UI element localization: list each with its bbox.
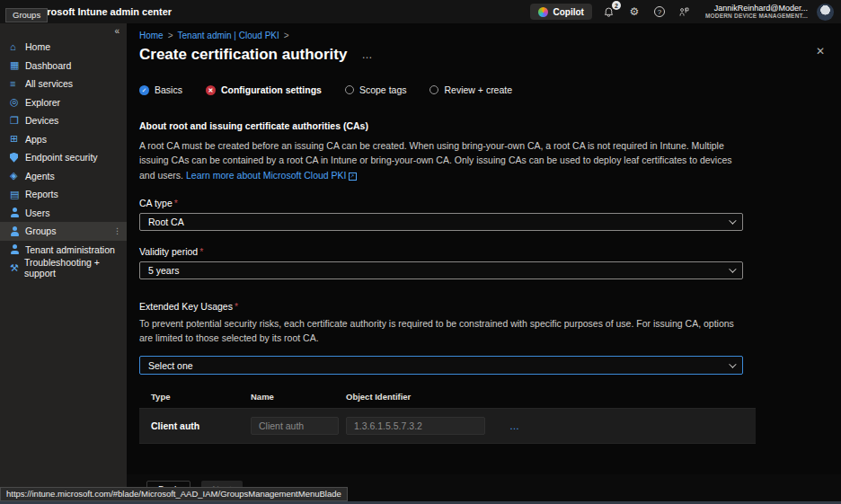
sidebar-item-home[interactable]: ⌂ Home bbox=[0, 38, 127, 57]
eku-row-type: Client auth bbox=[151, 420, 251, 431]
account-org: MODERN DEVICE MANAGEMENT... bbox=[705, 13, 808, 19]
sidebar-collapse-button[interactable]: « bbox=[0, 23, 127, 38]
tab-error-icon: ✕ bbox=[206, 85, 216, 95]
notifications-button[interactable]: 2 bbox=[601, 4, 617, 20]
intune-admin-window: Microsoft Intune admin center Copilot 2 … bbox=[0, 0, 841, 504]
sidebar-item-label: Agents bbox=[25, 171, 55, 181]
app-title[interactable]: Microsoft Intune admin center bbox=[31, 6, 172, 17]
close-icon[interactable]: ✕ bbox=[816, 45, 825, 57]
sidebar-item-devices[interactable]: ❐ Devices bbox=[0, 111, 127, 130]
sidebar-item-label: Endpoint security bbox=[25, 152, 98, 163]
troubleshooting-icon: ⚒ bbox=[10, 263, 24, 273]
sidebar-item-groups[interactable]: Groups ⋮ bbox=[0, 222, 127, 241]
sidebar-item-apps[interactable]: ⊞ Apps bbox=[0, 130, 127, 149]
tab-basics[interactable]: ✓ Basics bbox=[139, 84, 182, 95]
sidebar-item-reports[interactable]: ▤ Reports bbox=[0, 185, 127, 204]
apps-icon: ⊞ bbox=[10, 134, 25, 144]
eku-oid-field[interactable]: 1.3.6.1.5.5.7.3.2 bbox=[346, 417, 485, 435]
sidebar-item-label: Apps bbox=[25, 134, 47, 145]
sidebar-item-label: All services bbox=[25, 78, 73, 89]
sidebar-item-label: Home bbox=[25, 41, 50, 52]
ca-type-value: Root CA bbox=[148, 217, 184, 227]
sidebar-item-label: Tenant administration bbox=[25, 244, 115, 255]
reports-icon: ▤ bbox=[10, 190, 25, 199]
page-title: Create certification authority bbox=[139, 46, 347, 64]
wizard-tabs: ✓ Basics ✕ Configuration settings Scope … bbox=[139, 84, 841, 95]
table-row: Client auth Client auth 1.3.6.1.5.5.7.3.… bbox=[139, 408, 756, 444]
topbar-actions: Copilot 2 ⚙ ? bbox=[530, 4, 841, 21]
sidebar-item-label: Groups bbox=[25, 225, 56, 236]
account-name: JannikReinhard@Moder... bbox=[705, 4, 808, 13]
avatar[interactable] bbox=[817, 4, 834, 21]
sidebar-item-label: Reports bbox=[25, 189, 58, 199]
breadcrumb-cloud-pki[interactable]: Tenant admin | Cloud PKI bbox=[178, 31, 279, 40]
chevron-down-icon bbox=[729, 265, 736, 272]
feedback-icon bbox=[678, 6, 690, 18]
tab-review-create[interactable]: Review + create bbox=[429, 84, 512, 95]
sidebar-item-dashboard[interactable]: ▦ Dashboard bbox=[0, 57, 127, 75]
tab-scope-tags[interactable]: Scope tags bbox=[345, 84, 407, 95]
tenant-administration-icon bbox=[10, 244, 25, 254]
column-object-identifier: Object Identifier bbox=[346, 392, 500, 402]
tab-incomplete-icon bbox=[429, 85, 438, 94]
chevron-down-icon bbox=[729, 360, 736, 367]
sidebar-item-label: Dashboard bbox=[25, 60, 71, 71]
sidebar-item-tenant-administration[interactable]: Tenant administration bbox=[0, 241, 127, 260]
about-section-heading: About root and issuing certificate autho… bbox=[139, 120, 841, 131]
required-marker: * bbox=[199, 246, 203, 257]
sidebar-item-label: Explorer bbox=[25, 97, 60, 108]
more-options-icon[interactable]: … bbox=[361, 49, 372, 61]
devices-icon: ❐ bbox=[10, 116, 25, 126]
all-services-icon: ≡ bbox=[10, 79, 25, 89]
sidebar-item-agents[interactable]: ◈ Agents bbox=[0, 167, 127, 186]
ca-type-label: CA type* bbox=[139, 198, 841, 208]
account-info[interactable]: JannikReinhard@Moder... MODERN DEVICE MA… bbox=[705, 4, 808, 20]
tab-label: Review + create bbox=[444, 84, 512, 95]
validity-period-label: Validity period* bbox=[139, 246, 841, 257]
row-actions-icon[interactable]: … bbox=[509, 420, 756, 431]
eku-value: Select one bbox=[148, 360, 193, 371]
eku-table: Type Name Object Identifier Client auth … bbox=[139, 385, 756, 444]
sidebar-item-troubleshooting[interactable]: ⚒ Troubleshooting + support bbox=[0, 259, 127, 278]
sidebar-item-all-services[interactable]: ≡ All services bbox=[0, 75, 127, 93]
external-link-icon: ↗ bbox=[349, 172, 357, 181]
column-type: Type bbox=[151, 392, 251, 402]
gear-icon: ⚙ bbox=[630, 5, 640, 18]
home-icon: ⌂ bbox=[10, 42, 25, 52]
users-icon bbox=[10, 208, 25, 217]
sidebar-nav: ⌂ Home ▦ Dashboard ≡ All services ◎ Expl… bbox=[0, 38, 127, 278]
copilot-label: Copilot bbox=[553, 7, 583, 17]
copilot-icon bbox=[538, 7, 548, 17]
sidebar-item-label: Troubleshooting + support bbox=[24, 257, 127, 279]
ca-type-dropdown[interactable]: Root CA bbox=[139, 213, 743, 231]
required-marker: * bbox=[174, 198, 178, 208]
sidebar-item-label: Devices bbox=[25, 115, 58, 126]
eku-name-field[interactable]: Client auth bbox=[251, 417, 339, 435]
notification-badge: 2 bbox=[612, 1, 621, 10]
tab-configuration-settings[interactable]: ✕ Configuration settings bbox=[206, 84, 322, 95]
chevron-down-icon bbox=[729, 217, 736, 224]
help-button[interactable]: ? bbox=[651, 4, 668, 20]
sidebar-item-endpoint-security[interactable]: Endpoint security bbox=[0, 148, 127, 167]
copilot-button[interactable]: Copilot bbox=[530, 4, 591, 20]
validity-period-dropdown[interactable]: 5 years bbox=[139, 261, 743, 279]
breadcrumb-home[interactable]: Home bbox=[139, 31, 164, 40]
main-content: ✕ Home > Tenant admin | Cloud PKI > Crea… bbox=[127, 23, 841, 504]
sidebar-item-explorer[interactable]: ◎ Explorer bbox=[0, 93, 127, 112]
status-bar-url: https://intune.microsoft.com/#blade/Micr… bbox=[0, 487, 348, 501]
feedback-button[interactable] bbox=[677, 4, 693, 20]
groups-context-menu-icon[interactable]: ⋮ bbox=[113, 226, 121, 235]
help-icon: ? bbox=[654, 6, 665, 17]
breadcrumb-separator: > bbox=[284, 31, 289, 40]
dashboard-icon: ▦ bbox=[10, 60, 25, 70]
eku-dropdown[interactable]: Select one bbox=[139, 356, 743, 375]
sidebar-item-users[interactable]: Users bbox=[0, 204, 127, 223]
endpoint-security-icon bbox=[10, 153, 25, 163]
required-marker: * bbox=[235, 301, 238, 312]
tab-label: Basics bbox=[155, 84, 182, 95]
settings-button[interactable]: ⚙ bbox=[626, 4, 642, 20]
breadcrumb-separator: > bbox=[168, 31, 173, 40]
eku-description: To prevent potential security risks, eac… bbox=[139, 316, 743, 346]
learn-more-link[interactable]: Learn more about Microsoft Cloud PKI bbox=[186, 170, 347, 181]
top-bar: Microsoft Intune admin center Copilot 2 … bbox=[0, 0, 841, 23]
